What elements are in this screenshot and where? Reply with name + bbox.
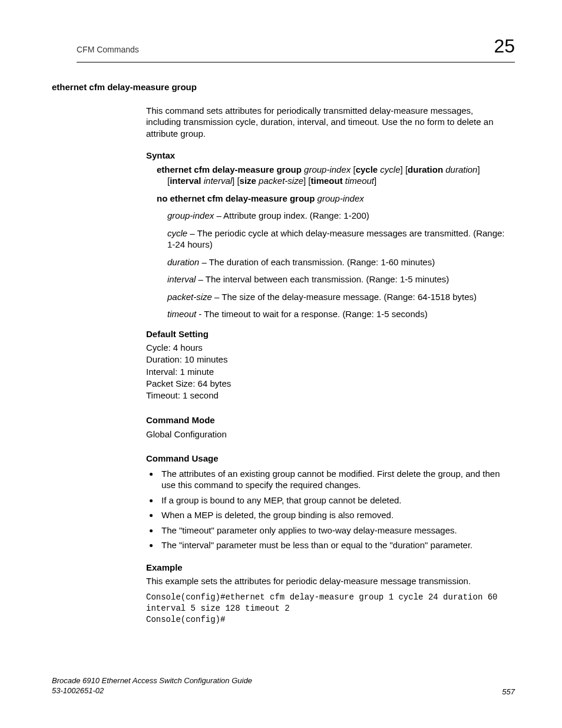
syntax-param: group-index xyxy=(318,193,364,203)
syntax-text: ] xyxy=(477,164,480,174)
intro-paragraph: This command sets attributes for periodi… xyxy=(146,105,509,140)
no-syntax-line: no ethernet cfm delay-measure group grou… xyxy=(157,193,509,205)
usage-item: The attributes of an existing group cann… xyxy=(159,468,509,491)
syntax-block: ethernet cfm delay-measure group group-i… xyxy=(157,164,509,187)
page-footer: Brocade 6910 Ethernet Access Switch Conf… xyxy=(52,676,515,696)
param-cycle: cycle – The periodic cycle at which dela… xyxy=(167,228,509,251)
syntax-text: ] [ xyxy=(232,176,240,186)
example-code: Console(config)#ethernet cfm delay-measu… xyxy=(146,592,509,625)
footer-left: Brocade 6910 Ethernet Access Switch Conf… xyxy=(52,676,252,696)
parameters: group-index – Attribute group index. (Ra… xyxy=(167,210,509,320)
syntax-heading: Syntax xyxy=(146,150,509,162)
usage-item: When a MEP is deleted, the group binding… xyxy=(159,509,509,521)
param-name: cycle xyxy=(167,228,187,238)
param-name: interval xyxy=(167,274,196,284)
syntax-text: ethernet cfm delay-measure group xyxy=(157,164,304,174)
param-name: group-index xyxy=(167,210,214,220)
footer-book-title: Brocade 6910 Ethernet Access Switch Conf… xyxy=(52,676,252,686)
default-setting-heading: Default Setting xyxy=(146,328,509,340)
page-header: CFM Commands 25 xyxy=(77,35,515,62)
default-duration: Duration: 10 minutes xyxy=(146,354,509,365)
header-section-title: CFM Commands xyxy=(77,45,139,54)
syntax-param: interval xyxy=(204,176,232,186)
param-group-index: group-index – Attribute group index. (Ra… xyxy=(167,210,509,222)
param-name: duration xyxy=(167,257,199,267)
syntax-text: ] [ xyxy=(401,164,408,174)
syntax-text: ] xyxy=(374,176,376,186)
syntax-param: cycle xyxy=(380,164,400,174)
example-heading: Example xyxy=(146,562,509,574)
syntax-text: duration xyxy=(408,164,443,174)
syntax-text: no ethernet cfm delay-measure group xyxy=(157,193,318,203)
param-name: packet-size xyxy=(167,292,212,302)
param-duration: duration – The duration of each transmis… xyxy=(167,256,509,268)
param-name: timeout xyxy=(167,309,196,319)
footer-page-number: 557 xyxy=(502,687,515,696)
param-desc: – The duration of each transmission. (Ra… xyxy=(199,257,435,267)
syntax-param: timeout xyxy=(345,176,374,186)
default-packet-size: Packet Size: 64 bytes xyxy=(146,378,509,390)
content: ethernet cfm delay-measure group This co… xyxy=(52,81,509,625)
syntax-param: packet-size xyxy=(259,176,303,186)
syntax-text: [ xyxy=(351,164,355,174)
syntax-param: group-index xyxy=(304,164,351,174)
param-desc: - The timeout to wait for a response. (R… xyxy=(196,309,427,319)
usage-list: The attributes of an existing group cann… xyxy=(146,468,509,551)
usage-item: The "timeout" parameter only applies to … xyxy=(159,525,509,536)
command-title: ethernet cfm delay-measure group xyxy=(52,81,509,93)
syntax-text: ] [ xyxy=(303,176,311,186)
default-interval: Interval: 1 minute xyxy=(146,366,509,378)
page: CFM Commands 25 ethernet cfm delay-measu… xyxy=(0,0,562,728)
param-desc: – The size of the delay-measure message.… xyxy=(212,292,477,302)
param-timeout: timeout - The timeout to wait for a resp… xyxy=(167,308,509,320)
body: This command sets attributes for periodi… xyxy=(146,105,509,625)
chapter-number: 25 xyxy=(494,35,515,57)
usage-item: If a group is bound to any MEP, that gro… xyxy=(159,495,509,506)
usage-item: The "interval" parameter must be less th… xyxy=(159,539,509,551)
default-timeout: Timeout: 1 second xyxy=(146,390,509,401)
syntax-line-1: ethernet cfm delay-measure group group-i… xyxy=(157,164,509,176)
syntax-param: duration xyxy=(445,164,477,174)
param-packet-size: packet-size – The size of the delay-meas… xyxy=(167,291,509,303)
command-mode-value: Global Configuration xyxy=(146,429,509,440)
param-desc: – The periodic cycle at which delay-meas… xyxy=(167,228,505,250)
param-desc: – The interval between each transmission… xyxy=(196,274,449,284)
command-mode-heading: Command Mode xyxy=(146,414,509,426)
param-interval: interval – The interval between each tra… xyxy=(167,274,509,285)
syntax-line-2: [interval interval] [size packet-size] [… xyxy=(167,175,509,187)
syntax-text: timeout xyxy=(311,176,343,186)
syntax-text: cycle xyxy=(356,164,378,174)
default-cycle: Cycle: 4 hours xyxy=(146,342,509,354)
example-desc: This example sets the attributes for per… xyxy=(146,575,509,587)
syntax-text: size xyxy=(240,176,256,186)
command-usage-heading: Command Usage xyxy=(146,453,509,465)
param-desc: – Attribute group index. (Range: 1-200) xyxy=(214,210,369,220)
footer-doc-number: 53-1002651-02 xyxy=(52,686,252,696)
syntax-text: interval xyxy=(170,176,201,186)
default-setting-values: Cycle: 4 hours Duration: 10 minutes Inte… xyxy=(146,342,509,401)
